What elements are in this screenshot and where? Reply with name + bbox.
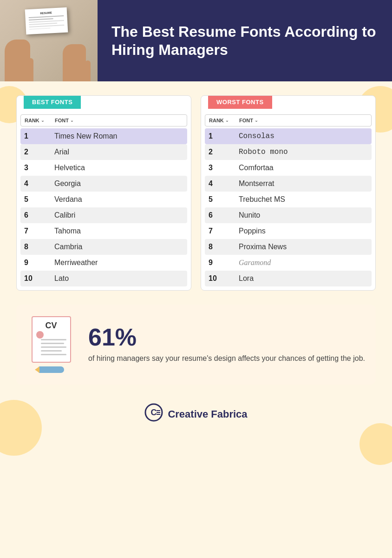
worst-font-row: 4 Montserrat [205, 176, 372, 192]
finger-icon [85, 60, 91, 81]
row-rank: 1 [209, 132, 239, 140]
row-font-name: Cambria [54, 243, 183, 251]
row-font-name: Merriweather [54, 259, 183, 267]
hand-left-icon [5, 40, 30, 81]
row-rank: 8 [24, 243, 54, 251]
stat-section: CV 61% of hiring managers say your resum [16, 305, 376, 385]
resume-line [29, 18, 53, 20]
worst-fonts-badge: WORST FONTS [208, 95, 272, 109]
page-header: RESUME The Best Resume Fonts According t… [0, 0, 392, 81]
best-rank-header: RANK ⌄ [25, 118, 55, 123]
row-font-name: Nunito [239, 211, 368, 219]
worst-fonts-table: WORST FONTS RANK ⌄ FONT ⌄ 1 Consolas 2 R… [201, 95, 376, 291]
row-font-name: Times New Roman [54, 132, 183, 140]
row-font-name: Garamond [239, 259, 368, 267]
row-rank: 4 [209, 179, 239, 188]
row-font-name: Proxima News [239, 243, 368, 251]
row-font-name: Helvetica [54, 164, 183, 172]
pencil-tip-icon [35, 366, 39, 373]
worst-font-row: 10 Lora [205, 271, 372, 286]
worst-fonts-col-headers: RANK ⌄ FONT ⌄ [205, 114, 372, 126]
cv-line [41, 339, 66, 340]
worst-font-row: 1 Consolas [205, 128, 372, 144]
best-font-row: 2 Arial [20, 144, 187, 160]
row-font-name: Lora [239, 274, 368, 283]
main-content: BEST FONTS RANK ⌄ FONT ⌄ 1 Times New Rom… [0, 81, 392, 446]
best-font-row: 7 Tahoma [20, 223, 187, 239]
row-rank: 9 [209, 259, 239, 267]
page-title: The Best Resume Fonts According to Hirin… [111, 23, 378, 59]
row-rank: 3 [209, 164, 239, 172]
cf-logo-svg: C [144, 403, 163, 422]
row-rank: 6 [24, 211, 54, 219]
row-font-name: Trebuchet MS [239, 195, 368, 204]
best-font-row: 5 Verdana [20, 192, 187, 207]
row-font-name: Verdana [54, 195, 183, 204]
best-font-row: 10 Lato [20, 271, 187, 286]
best-font-row: 1 Times New Roman [20, 128, 187, 144]
worst-font-row: 9 Garamond [205, 255, 372, 271]
svg-text:C: C [151, 408, 157, 417]
chevron-down-icon: ⌄ [225, 118, 229, 123]
cv-line [41, 343, 64, 344]
row-rank: 7 [209, 227, 239, 235]
best-font-row: 3 Helvetica [20, 160, 187, 176]
finger-icon [28, 58, 33, 81]
chevron-down-icon: ⌄ [70, 118, 74, 123]
tables-section: BEST FONTS RANK ⌄ FONT ⌄ 1 Times New Rom… [16, 95, 376, 291]
worst-font-row: 6 Nunito [205, 207, 372, 223]
brand-name: Creative Fabrica [168, 408, 247, 420]
cv-label-text: CV [36, 321, 66, 331]
worst-fonts-rows: 1 Consolas 2 Roboto mono 3 Comfortaa 4 M… [205, 128, 372, 286]
worst-rank-header: RANK ⌄ [209, 118, 239, 123]
resume-line [29, 20, 64, 23]
row-font-name: Tahoma [54, 227, 183, 235]
resume-mock-title: RESUME [28, 11, 64, 15]
best-fonts-table: BEST FONTS RANK ⌄ FONT ⌄ 1 Times New Rom… [16, 95, 191, 291]
row-rank: 8 [209, 243, 239, 251]
header-image: RESUME [0, 0, 98, 81]
best-fonts-col-headers: RANK ⌄ FONT ⌄ [20, 114, 187, 126]
row-font-name: Calibri [54, 211, 183, 219]
best-font-row: 9 Merriweather [20, 255, 187, 271]
pencil-icon [39, 366, 64, 373]
row-rank: 4 [24, 179, 54, 188]
best-font-row: 8 Cambria [20, 239, 187, 255]
best-font-row: 6 Calibri [20, 207, 187, 223]
stat-text: 61% of hiring managers say your resume's… [88, 325, 366, 364]
resume-line [29, 15, 64, 18]
page-footer: C Creative Fabrica [16, 396, 376, 432]
stat-percent: 61% [88, 325, 366, 349]
row-rank: 5 [209, 195, 239, 204]
row-font-name: Comfortaa [239, 164, 368, 172]
cv-circle-icon [36, 331, 44, 339]
resume-line [29, 23, 57, 25]
row-rank: 1 [24, 132, 54, 140]
best-fonts-inner: RANK ⌄ FONT ⌄ 1 Times New Roman 2 Arial … [17, 111, 191, 290]
row-font-name: Consolas [239, 132, 368, 140]
row-rank: 3 [24, 164, 54, 172]
worst-font-row: 3 Comfortaa [205, 160, 372, 176]
chevron-down-icon: ⌄ [255, 118, 258, 123]
worst-font-row: 5 Trebuchet MS [205, 192, 372, 207]
row-rank: 7 [24, 227, 54, 235]
resume-line [29, 25, 65, 27]
resume-line [29, 28, 51, 30]
worst-fonts-inner: RANK ⌄ FONT ⌄ 1 Consolas 2 Roboto mono 3… [201, 111, 375, 290]
row-font-name: Georgia [54, 179, 183, 188]
hand-right-icon [63, 44, 86, 81]
best-fonts-badge: BEST FONTS [24, 95, 81, 109]
worst-font-header: FONT ⌄ [239, 118, 367, 123]
row-font-name: Arial [54, 148, 183, 156]
header-text-area: The Best Resume Fonts According to Hirin… [98, 0, 392, 81]
row-rank: 5 [24, 195, 54, 204]
best-fonts-rows: 1 Times New Roman 2 Arial 3 Helvetica 4 … [20, 128, 187, 286]
row-rank: 10 [209, 274, 239, 283]
row-rank: 2 [209, 148, 239, 156]
brand-logo-icon: C [144, 403, 163, 425]
worst-font-row: 7 Poppins [205, 223, 372, 239]
cv-line [41, 350, 62, 352]
best-font-header: FONT ⌄ [55, 118, 183, 123]
row-font-name: Lato [54, 274, 183, 283]
best-font-row: 4 Georgia [20, 176, 187, 192]
